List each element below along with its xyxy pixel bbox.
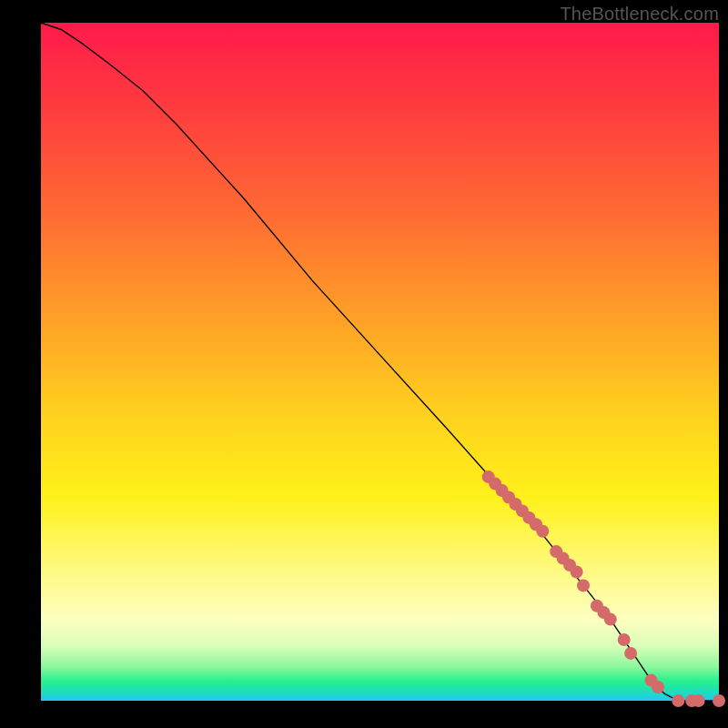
highlight-dot [536,525,549,538]
bottleneck-curve [41,23,719,701]
highlight-dots-group [482,470,725,707]
chart-frame: TheBottleneck.com [0,0,728,728]
highlight-dot [604,613,617,626]
highlight-dot [713,694,725,707]
highlight-dot [618,633,631,646]
highlight-dot [624,647,637,660]
watermark-label: TheBottleneck.com [560,4,719,25]
highlight-dot [577,579,590,592]
plot-area [41,23,719,701]
highlight-dot [571,566,583,579]
highlight-dot [672,694,684,707]
highlight-dot [693,694,705,707]
highlight-dot [652,681,664,693]
chart-svg [41,23,719,701]
